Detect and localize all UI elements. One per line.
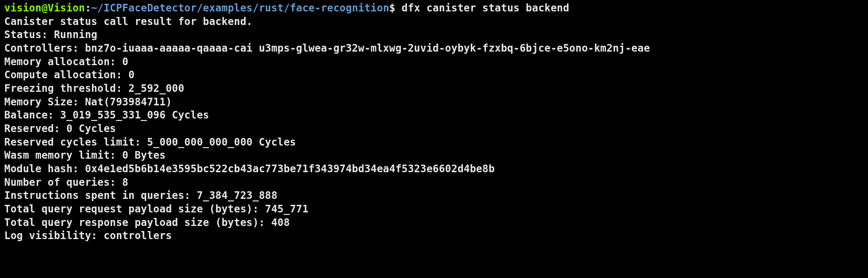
total-response-value: 408 [271, 217, 290, 228]
total-request-label: Total query request payload size (bytes)… [4, 203, 265, 215]
total-response-label: Total query response payload size (bytes… [4, 217, 271, 228]
reserved-label: Reserved: [4, 123, 67, 135]
controllers-label: Controllers: [4, 42, 85, 54]
memory-size-label: Memory Size: [4, 96, 85, 108]
memory-size-value: Nat(793984711) [85, 96, 172, 108]
status-value: Running [54, 29, 97, 41]
compute-allocation-label: Compute allocation: [4, 69, 128, 81]
command-text[interactable]: dfx canister status backend [402, 2, 570, 14]
num-queries-label: Number of queries: [4, 176, 122, 188]
prompt-colon: : [85, 2, 91, 14]
memory-allocation-label: Memory allocation: [4, 56, 122, 68]
status-label: Status: [4, 29, 54, 41]
result-header-line: Canister status call result for backend. [4, 16, 253, 28]
balance-label: Balance: [4, 109, 60, 121]
prompt-path: ~/ICPFaceDetector/examples/rust/face-rec… [91, 2, 389, 14]
terminal-window[interactable]: vision@Vision:~/ICPFaceDetector/examples… [0, 0, 868, 243]
log-visibility-label: Log visibility: [4, 230, 103, 242]
instructions-queries-label: Instructions spent in queries: [4, 190, 197, 201]
num-queries-value: 8 [122, 176, 128, 188]
module-hash-label: Module hash: [4, 163, 85, 175]
freezing-threshold-label: Freezing threshold: [4, 83, 128, 94]
balance-value: 3_019_535_331_096 Cycles [60, 109, 209, 121]
total-request-value: 745_771 [265, 203, 309, 215]
controllers-value: bnz7o-iuaaa-aaaaa-qaaaa-cai u3mps-glwea-… [85, 42, 650, 54]
freezing-threshold-value: 2_592_000 [128, 83, 184, 94]
prompt-user: vision [4, 2, 42, 14]
wasm-limit-label: Wasm memory limit: [4, 149, 122, 161]
instructions-queries-value: 7_384_723_888 [197, 190, 277, 201]
module-hash-value: 0x4e1ed5b6b14e3595bc522cb43ac773be71f343… [85, 163, 495, 175]
reserved-limit-label: Reserved cycles limit: [4, 136, 147, 148]
prompt-at: @ [42, 2, 48, 14]
reserved-limit-value: 5_000_000_000_000 Cycles [147, 136, 296, 148]
memory-allocation-value: 0 [122, 56, 128, 68]
command-input[interactable] [395, 2, 402, 14]
reserved-value: 0 Cycles [67, 123, 116, 135]
log-visibility-value: controllers [103, 230, 172, 242]
prompt-host: Vision [48, 2, 85, 14]
wasm-limit-value: 0 Bytes [122, 149, 166, 161]
compute-allocation-value: 0 [128, 69, 135, 81]
prompt-dollar: $ [389, 2, 395, 14]
